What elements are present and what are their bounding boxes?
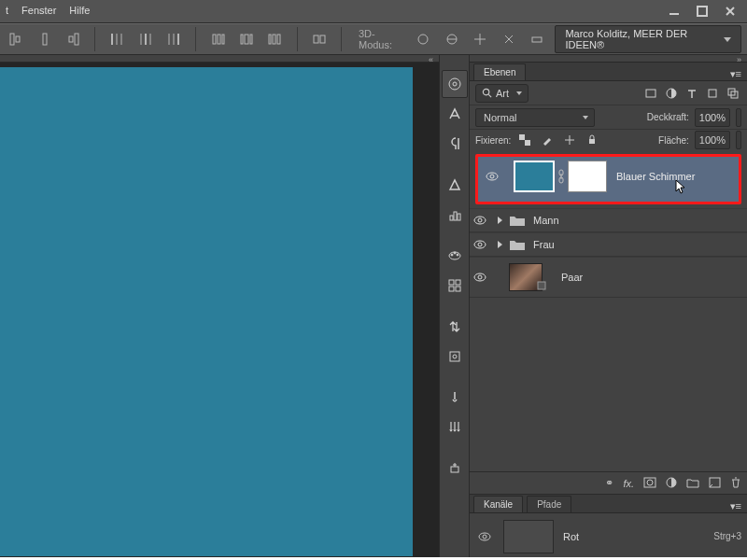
menu-item-cut[interactable]: t — [6, 5, 8, 16]
layer-mask-thumbnail[interactable] — [568, 161, 607, 192]
visibility-toggle[interactable] — [470, 238, 490, 251]
close-button[interactable] — [717, 3, 743, 20]
panel-paragraph-icon[interactable] — [442, 130, 468, 158]
layer-name[interactable]: Frau — [533, 239, 555, 250]
distribute-right-icon[interactable] — [163, 28, 184, 50]
panel-character-icon[interactable] — [442, 100, 468, 128]
layers-filter-row: Art — [470, 81, 747, 105]
opacity-label: Deckkraft: — [647, 112, 689, 122]
align-right-icon[interactable] — [63, 28, 83, 50]
channel-row[interactable]: Rot Strg+3 — [470, 513, 747, 560]
panel-histogram-icon[interactable] — [442, 201, 468, 229]
fill-stepper[interactable] — [736, 131, 741, 149]
svg-point-40 — [451, 254, 453, 256]
filter-shape-icon[interactable] — [704, 85, 721, 102]
svg-point-50 — [483, 89, 488, 94]
lock-pixels-icon[interactable] — [539, 132, 556, 148]
filter-adjust-icon[interactable] — [663, 85, 680, 102]
chevron-down-icon — [583, 116, 588, 119]
panel-actions-icon[interactable] — [442, 313, 468, 341]
svg-point-33 — [449, 78, 460, 90]
svg-point-60 — [486, 173, 498, 180]
maximize-button[interactable] — [689, 3, 715, 20]
fill-field[interactable]: 100% — [695, 131, 730, 149]
layer-row-selected[interactable]: Blauer Schimmer — [475, 154, 741, 204]
layer-row-group[interactable]: Frau — [470, 232, 747, 257]
opacity-stepper[interactable] — [736, 108, 741, 127]
mode3d-pan-icon[interactable] — [470, 28, 490, 50]
tab-channels[interactable]: Kanäle — [473, 496, 523, 512]
distribute-h-1-icon[interactable] — [207, 28, 228, 50]
panel-properties-icon[interactable] — [442, 70, 468, 98]
channel-thumbnail[interactable] — [503, 520, 554, 553]
panel-navigator-icon[interactable] — [442, 171, 468, 199]
panel-swatches-icon[interactable] — [442, 272, 468, 300]
workspace-badge[interactable]: Marco Kolditz, MEER DER IDEEN® — [555, 25, 741, 53]
collapse-handle[interactable]: » — [470, 55, 747, 63]
panel-clone-icon[interactable] — [442, 455, 468, 483]
new-layer-icon[interactable] — [709, 477, 721, 490]
blend-mode-dropdown[interactable]: Normal — [475, 108, 595, 127]
panel-brush-icon[interactable] — [442, 384, 468, 412]
distribute-center-icon[interactable] — [135, 28, 156, 50]
svg-marker-35 — [450, 180, 459, 189]
blend-mode-value: Normal — [484, 112, 516, 123]
minimize-button[interactable] — [661, 3, 687, 20]
tab-layers[interactable]: Ebenen — [473, 63, 526, 80]
visibility-toggle[interactable] — [470, 214, 490, 227]
lock-all-icon[interactable] — [584, 132, 600, 148]
svg-rect-59 — [589, 139, 595, 144]
layer-row-group[interactable]: Mann — [470, 208, 747, 232]
folder-icon — [509, 238, 526, 251]
filter-pixel-icon[interactable] — [642, 85, 659, 102]
svg-rect-1 — [698, 7, 707, 16]
distribute-h-3-icon[interactable] — [264, 28, 285, 50]
options-bar: 3D-Modus: Marco Kolditz, MEER DER IDEEN® — [0, 23, 747, 55]
visibility-toggle[interactable] — [470, 271, 490, 284]
svg-point-70 — [478, 275, 482, 279]
layer-row[interactable]: Paar — [470, 257, 747, 298]
filter-type-icon[interactable] — [684, 85, 700, 102]
tab-paths[interactable]: Pfade — [527, 496, 571, 512]
layer-filter-dropdown[interactable]: Art — [475, 84, 529, 103]
layer-fx-icon[interactable]: fx. — [623, 478, 634, 489]
disclosure-triangle[interactable] — [490, 241, 509, 248]
link-layers-icon[interactable]: ⚭ — [605, 477, 613, 489]
filter-smart-icon[interactable] — [725, 85, 741, 102]
align-left-icon[interactable] — [6, 28, 26, 50]
panel-brushpresets-icon[interactable] — [442, 413, 468, 441]
mode3d-scale-icon[interactable] — [527, 28, 547, 50]
align-center-h-icon[interactable] — [34, 28, 54, 50]
visibility-toggle[interactable] — [482, 170, 502, 183]
fill-label: Fläche: — [658, 135, 689, 146]
visibility-toggle[interactable] — [475, 530, 494, 543]
mode3d-roll-icon[interactable] — [442, 28, 462, 50]
main-area: « » Ebenen ▾≡ Art — [0, 55, 747, 560]
lock-transparent-icon[interactable] — [516, 132, 533, 148]
distribute-h-2-icon[interactable] — [236, 28, 257, 50]
layer-name[interactable]: Mann — [533, 215, 559, 226]
layer-mask-icon[interactable] — [643, 477, 656, 490]
layer-name[interactable]: Paar — [561, 272, 583, 283]
canvas[interactable] — [0, 67, 413, 556]
menu-item-help[interactable]: Hilfe — [69, 5, 90, 16]
panel-history-icon[interactable] — [442, 343, 468, 371]
mode3d-orbit-icon[interactable] — [413, 28, 433, 50]
disclosure-triangle[interactable] — [490, 217, 509, 224]
opacity-field[interactable]: 100% — [695, 108, 730, 127]
distribute-left-icon[interactable] — [106, 28, 127, 50]
delete-layer-icon[interactable] — [730, 477, 741, 490]
new-group-icon[interactable] — [686, 477, 699, 490]
auto-align-icon[interactable] — [309, 28, 330, 50]
collapse-handle[interactable]: « — [0, 55, 439, 63]
mode3d-slide-icon[interactable] — [499, 28, 519, 50]
lock-position-icon[interactable] — [561, 132, 578, 148]
panel-menu-icon[interactable]: ▾≡ — [725, 500, 747, 512]
panel-menu-icon[interactable]: ▾≡ — [725, 68, 747, 80]
adjustment-layer-icon[interactable] — [666, 477, 677, 490]
panel-color-icon[interactable] — [442, 242, 468, 270]
svg-rect-38 — [458, 214, 460, 220]
menu-item-window[interactable]: Fenster — [21, 5, 56, 16]
layer-thumbnail[interactable] — [514, 161, 555, 192]
channels-panel: Kanäle Pfade ▾≡ Rot Strg+3 — [470, 494, 747, 560]
